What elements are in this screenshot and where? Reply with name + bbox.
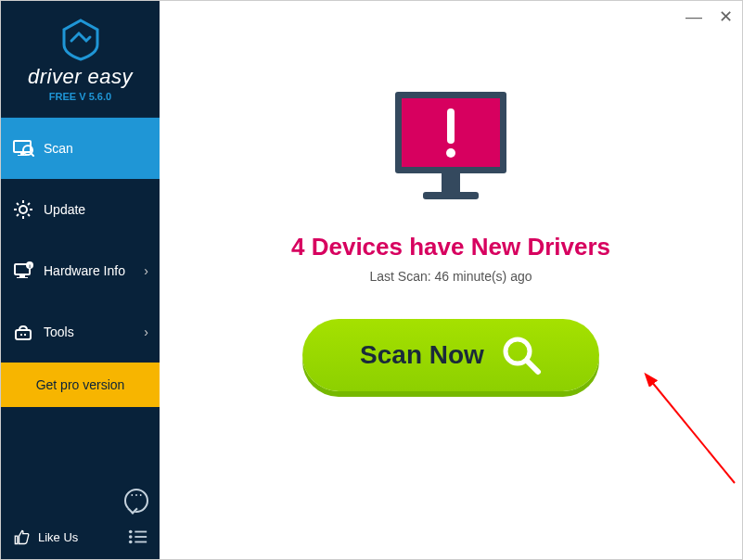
logo-area: driver easy FREE V 5.6.0: [1, 1, 160, 118]
monitor-alert-icon: [381, 84, 520, 214]
sidebar-item-tools[interactable]: Tools ›: [1, 301, 160, 363]
svg-rect-16: [17, 277, 28, 278]
svg-line-10: [17, 203, 19, 205]
like-us-label: Like Us: [38, 530, 78, 544]
menu-list-icon[interactable]: [128, 528, 148, 545]
app-version: FREE V 5.6.0: [49, 91, 111, 102]
thumbs-up-icon: [12, 528, 31, 546]
like-us-button[interactable]: Like Us: [12, 528, 78, 546]
svg-rect-19: [16, 330, 31, 339]
chevron-right-icon: ›: [144, 325, 148, 339]
svg-point-30: [446, 148, 455, 158]
sidebar-item-label: Update: [44, 202, 148, 217]
tools-icon: [12, 321, 34, 343]
sidebar-item-hardware-info[interactable]: i Hardware Info ›: [1, 240, 160, 301]
last-scan-text: Last Scan: 46 minute(s) ago: [369, 269, 532, 284]
sidebar: driver easy FREE V 5.6.0 Scan: [1, 1, 160, 559]
search-icon: [501, 335, 542, 375]
get-pro-label: Get pro version: [36, 377, 125, 392]
close-button[interactable]: ✕: [719, 8, 733, 25]
sidebar-item-update[interactable]: Update: [1, 179, 160, 240]
svg-line-11: [28, 214, 30, 216]
svg-point-5: [19, 206, 27, 213]
headline-text: 4 Devices have New Drivers: [291, 233, 610, 261]
svg-rect-31: [442, 173, 460, 192]
app-name: driver easy: [28, 65, 133, 89]
sidebar-bottom: Like Us: [1, 479, 160, 559]
main-content: 4 Devices have New Drivers Last Scan: 46…: [160, 84, 742, 391]
get-pro-button[interactable]: Get pro version: [1, 363, 160, 407]
sidebar-item-label: Hardware Info: [44, 263, 144, 278]
svg-point-22: [129, 530, 133, 534]
scan-now-label: Scan Now: [360, 340, 484, 370]
svg-line-13: [28, 203, 30, 205]
sidebar-item-label: Tools: [44, 325, 144, 339]
svg-rect-32: [423, 192, 479, 199]
svg-line-35: [651, 381, 735, 483]
svg-point-24: [129, 535, 133, 539]
sidebar-nav: Scan Update: [1, 118, 160, 407]
update-gear-icon: [12, 198, 34, 221]
sidebar-item-label: Scan: [44, 141, 148, 156]
main-panel: — ✕ 4 Devices have New Drivers Last Scan…: [160, 1, 742, 559]
svg-line-4: [31, 153, 33, 156]
scan-icon: [12, 137, 34, 159]
minimize-button[interactable]: —: [685, 8, 702, 25]
svg-rect-15: [19, 275, 25, 277]
app-logo-icon: [58, 17, 103, 61]
svg-line-34: [527, 361, 538, 372]
hardware-info-icon: i: [12, 260, 34, 282]
svg-line-12: [17, 214, 19, 216]
svg-point-26: [129, 541, 133, 544]
window-controls: — ✕: [685, 8, 733, 25]
scan-now-button[interactable]: Scan Now: [302, 319, 599, 391]
sidebar-item-scan[interactable]: Scan: [1, 118, 160, 179]
feedback-icon[interactable]: [124, 489, 148, 513]
chevron-right-icon: ›: [144, 263, 148, 278]
